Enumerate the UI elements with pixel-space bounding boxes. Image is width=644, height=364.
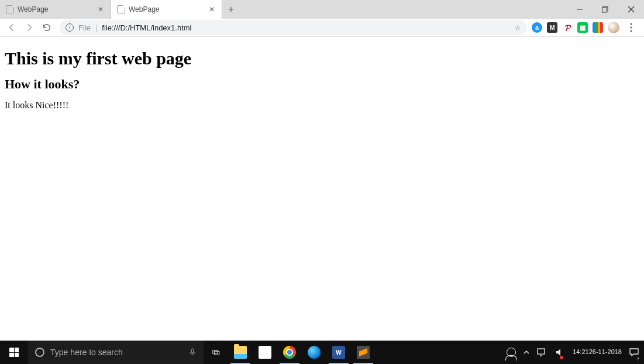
- page-heading-2: How it looks?: [5, 77, 639, 92]
- nav-reload-button[interactable]: [39, 19, 55, 36]
- separator: |: [95, 23, 97, 32]
- taskbar-word-button[interactable]: W: [326, 341, 351, 364]
- tray-time: 14:21: [573, 348, 589, 356]
- system-tray: 14:21 26-11-2018 7: [505, 341, 644, 364]
- svg-rect-9: [213, 351, 218, 354]
- taskbar-search[interactable]: Type here to search: [28, 341, 204, 364]
- nav-back-button[interactable]: [4, 19, 20, 36]
- url-scheme-label: File: [78, 23, 91, 32]
- tab-label: WebPage: [18, 5, 48, 13]
- tray-overflow-button[interactable]: [524, 341, 529, 364]
- ext-label: a: [535, 24, 539, 31]
- tray-clock[interactable]: 14:21 26-11-2018: [573, 341, 622, 364]
- new-tab-button[interactable]: +: [222, 0, 240, 19]
- window-close-button[interactable]: [618, 0, 644, 19]
- svg-point-5: [630, 23, 632, 25]
- svg-rect-11: [538, 349, 545, 354]
- window-maximize-button[interactable]: [593, 0, 618, 19]
- taskbar-mail-button[interactable]: [253, 341, 277, 364]
- svg-point-7: [630, 30, 632, 32]
- chrome-icon: [283, 346, 296, 359]
- tray-action-center-button[interactable]: 7: [628, 341, 640, 364]
- extension-green-icon[interactable]: ▦: [577, 22, 588, 33]
- tray-date: 26-11-2018: [589, 348, 622, 356]
- tray-volume-icon[interactable]: [554, 341, 567, 364]
- file-icon: [6, 5, 14, 13]
- taskbar-sublime-button[interactable]: [351, 341, 376, 364]
- windows-logo-icon: [9, 348, 19, 357]
- cortana-circle-icon: [35, 348, 44, 357]
- mic-icon[interactable]: [188, 348, 197, 358]
- file-icon: [117, 5, 125, 13]
- extension-blue-icon[interactable]: a: [532, 22, 542, 33]
- page-paragraph: It looks Nice!!!!!: [5, 100, 639, 111]
- browser-toolbar: i File | file:///D:/HTML/index1.html ☆ a…: [0, 19, 644, 37]
- browser-menu-button[interactable]: [624, 23, 638, 32]
- site-info-icon[interactable]: i: [66, 23, 74, 32]
- taskbar-explorer-button[interactable]: [228, 341, 253, 364]
- extension-pinterest-icon[interactable]: 𝓟: [562, 22, 573, 33]
- start-button[interactable]: [0, 341, 28, 364]
- word-label: W: [336, 349, 341, 356]
- extensions-row: a M 𝓟 ▦: [532, 22, 640, 33]
- tab-label: WebPage: [129, 5, 159, 13]
- nav-forward-button[interactable]: [21, 19, 37, 36]
- tab-1[interactable]: WebPage ✕: [111, 0, 222, 19]
- window-controls: [567, 0, 644, 19]
- sublime-icon: [357, 346, 370, 359]
- page-heading-1: This is my first web page: [5, 49, 639, 68]
- people-icon: [507, 348, 516, 357]
- tab-0[interactable]: WebPage ✕: [0, 0, 111, 19]
- svg-rect-10: [215, 351, 219, 355]
- tab-close-icon[interactable]: ✕: [97, 5, 105, 13]
- bookmark-star-icon[interactable]: ☆: [514, 23, 521, 32]
- taskbar-chrome-button[interactable]: [277, 341, 302, 364]
- tab-close-icon[interactable]: ✕: [208, 5, 216, 13]
- profile-avatar-icon[interactable]: [608, 22, 619, 33]
- url-text: file:///D:/HTML/index1.html: [102, 23, 191, 32]
- task-view-button[interactable]: [204, 341, 228, 364]
- edge-icon: [308, 346, 321, 359]
- browser-tabstrip: WebPage ✕ WebPage ✕ +: [0, 0, 644, 19]
- folder-icon: [234, 346, 247, 359]
- tray-people-icon[interactable]: [505, 341, 518, 364]
- notif-count: 7: [637, 356, 639, 362]
- windows-taskbar: Type here to search W: [0, 341, 644, 364]
- page-content: This is my first web page How it looks? …: [0, 37, 644, 341]
- mute-badge-icon: [560, 356, 563, 359]
- tray-network-icon[interactable]: [535, 341, 548, 364]
- word-icon: W: [332, 346, 345, 359]
- ext-label: M: [549, 24, 555, 31]
- taskbar-apps: W: [204, 341, 376, 364]
- extension-m-icon[interactable]: M: [547, 22, 557, 33]
- svg-rect-8: [191, 348, 194, 352]
- extension-color-icon[interactable]: [593, 22, 603, 33]
- window-minimize-button[interactable]: [567, 0, 593, 19]
- svg-rect-2: [602, 8, 607, 12]
- taskbar-edge-button[interactable]: [302, 341, 326, 364]
- mail-icon: [259, 346, 271, 359]
- address-bar[interactable]: i File | file:///D:/HTML/index1.html ☆: [60, 20, 527, 35]
- screen: WebPage ✕ WebPage ✕ +: [0, 0, 644, 364]
- svg-point-6: [630, 26, 632, 28]
- taskbar-search-placeholder: Type here to search: [50, 348, 123, 357]
